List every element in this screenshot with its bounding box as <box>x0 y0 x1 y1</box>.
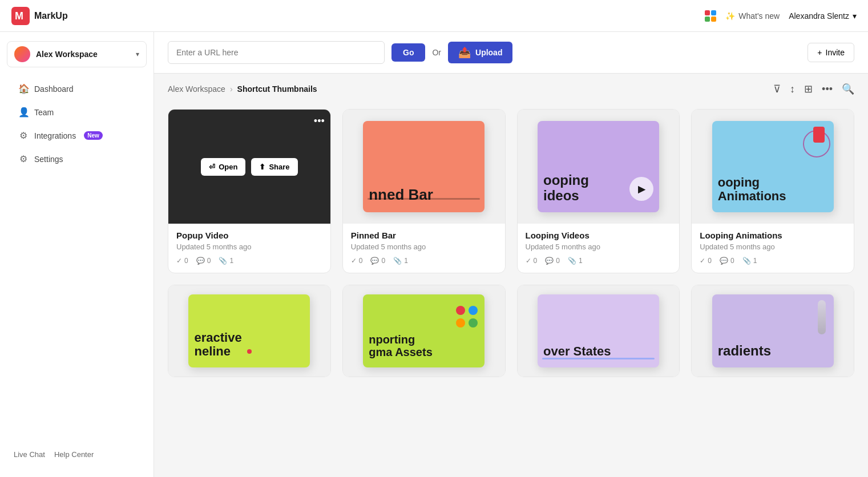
thumb-text-looping-animations: oopingAnimations <box>718 176 786 203</box>
thumb-text-gradients: radients <box>718 343 771 358</box>
sidebar-label-integrations: Integrations <box>34 131 76 140</box>
card-stats-pinned-bar: ✓ 0 💬 0 📎 1 <box>351 257 497 265</box>
live-chat-link[interactable]: Live Chat <box>14 450 45 459</box>
url-or-label: Or <box>432 48 441 57</box>
thumb-inner-importing-figma: nportinggma Assets <box>363 294 485 367</box>
search-icon[interactable]: 🔍 <box>842 83 854 95</box>
sort-icon[interactable]: ↕ <box>790 83 795 95</box>
filter-icon[interactable]: ⊽ <box>773 83 781 95</box>
thumb-inner-looping-videos: oopingideos ▶ <box>538 121 659 212</box>
topnav: M MarkUp ✨ What's new Alexandra Slentz ▾ <box>0 0 868 32</box>
card-hover-states[interactable]: over States <box>517 285 680 377</box>
attachment-icon: 📎 <box>393 257 402 265</box>
card-thumb-importing-figma: nportinggma Assets <box>343 285 505 377</box>
breadcrumb-workspace[interactable]: Alex Workspace <box>168 84 225 94</box>
card-stat-comments: 💬 0 <box>196 257 211 265</box>
thumb-text-importing-figma: nportinggma Assets <box>369 333 433 358</box>
attachment-icon: 📎 <box>742 257 751 265</box>
plus-icon: + <box>817 48 822 57</box>
card-gradients[interactable]: radients <box>691 285 854 377</box>
open-icon: ⏎ <box>209 163 215 171</box>
open-label: Open <box>219 163 237 171</box>
thumb-inner-pinned-bar: nned Bar <box>363 121 485 212</box>
url-input[interactable] <box>168 41 385 64</box>
check-icon: ✓ <box>351 257 357 265</box>
share-label: Share <box>269 163 289 171</box>
header-tools: ⊽ ↕ ⊞ ••• 🔍 <box>773 83 854 95</box>
card-title-pinned-bar: Pinned Bar <box>351 231 497 240</box>
card-updated-pinned-bar: Updated 5 months ago <box>351 242 497 251</box>
whats-new-button[interactable]: ✨ What's new <box>725 11 780 21</box>
share-button[interactable]: ⬆ Share <box>251 158 297 176</box>
card-popup-video[interactable]: ⏎ Open ⬆ Share ••• Popup Video Updated 5… <box>168 109 331 273</box>
markup-logo: M <box>11 7 30 25</box>
team-icon: 👤 <box>18 107 29 118</box>
breadcrumb-separator: › <box>230 84 233 94</box>
topnav-right: ✨ What's new Alexandra Slentz ▾ <box>705 10 857 22</box>
card-body-looping-animations: Looping Animations Updated 5 months ago … <box>692 224 854 273</box>
card-pinned-bar[interactable]: nned Bar Pinned Bar Updated 5 months ago… <box>342 109 506 273</box>
breadcrumb-current: Shortcut Thumbnails <box>237 84 317 94</box>
user-chevron-icon: ▾ <box>853 11 857 21</box>
card-thumb-gradients: radients <box>692 285 854 377</box>
upload-label: Upload <box>475 48 502 57</box>
check-icon: ✓ <box>176 257 182 265</box>
card-thumb-pinned-bar: nned Bar <box>343 110 505 224</box>
attachment-icon: 📎 <box>219 257 227 265</box>
check-icon: ✓ <box>700 257 705 265</box>
thumb-text-interactive-timeline: eractiveneline <box>194 331 241 358</box>
card-thumb-looping-animations: oopingAnimations <box>692 110 854 224</box>
app-grid-icon[interactable] <box>705 10 716 22</box>
sidebar-item-integrations[interactable]: ⚙ Integrations New <box>5 124 149 147</box>
invite-button[interactable]: + Invite <box>808 43 854 62</box>
comment-icon: 💬 <box>720 257 728 265</box>
card-importing-figma[interactable]: nportinggma Assets <box>342 285 506 377</box>
more-icon[interactable]: ••• <box>822 83 833 95</box>
card-interactive-timeline[interactable]: eractiveneline <box>168 285 331 377</box>
workspace-avatar <box>14 46 30 62</box>
thumb-text-pinned-bar: nned Bar <box>369 187 433 203</box>
page-header: Alex Workspace › Shortcut Thumbnails ⊽ ↕… <box>154 74 868 100</box>
thumb-inner-hover-states: over States <box>538 294 659 367</box>
sidebar-label-settings: Settings <box>34 155 63 164</box>
underline-deco-2 <box>542 358 655 359</box>
layout: Alex Workspace ▾ 🏠 Dashboard 👤 Team ⚙ In… <box>0 0 868 477</box>
workspace-chevron-icon: ▾ <box>136 50 139 58</box>
check-icon: ✓ <box>526 257 531 265</box>
sidebar-item-settings[interactable]: ⚙ Settings <box>5 148 149 170</box>
card-menu-icon[interactable]: ••• <box>314 115 325 127</box>
sparkle-icon: ✨ <box>725 11 735 21</box>
card-thumb-hover-states: over States <box>518 285 680 377</box>
view-icon[interactable]: ⊞ <box>804 83 813 95</box>
card-updated-popup-video: Updated 5 months ago <box>176 242 322 251</box>
card-stats-popup-video: ✓ 0 💬 0 📎 1 <box>176 257 322 265</box>
user-menu[interactable]: Alexandra Slentz ▾ <box>789 11 857 21</box>
upload-button[interactable]: 📤 Upload <box>448 42 512 63</box>
thumb-text-looping-videos: oopingideos <box>543 173 589 203</box>
help-center-link[interactable]: Help Center <box>54 450 94 459</box>
card-stats-looping-videos: ✓ 0 💬 0 📎 1 <box>526 257 672 265</box>
card-updated-looping-videos: Updated 5 months ago <box>526 242 672 251</box>
topnav-left: M MarkUp <box>11 7 68 25</box>
user-name: Alexandra Slentz <box>789 11 849 21</box>
sidebar: Alex Workspace ▾ 🏠 Dashboard 👤 Team ⚙ In… <box>0 32 154 477</box>
share-icon: ⬆ <box>259 163 265 171</box>
sidebar-item-team[interactable]: 👤 Team <box>5 101 149 123</box>
open-button[interactable]: ⏎ Open <box>201 158 245 176</box>
underline-deco <box>368 198 480 200</box>
attachment-icon: 📎 <box>568 257 576 265</box>
card-updated-looping-animations: Updated 5 months ago <box>700 242 846 251</box>
workspace-name: Alex Workspace <box>36 50 98 59</box>
card-title-looping-videos: Looping Videos <box>526 231 672 240</box>
sidebar-item-dashboard[interactable]: 🏠 Dashboard <box>5 78 149 100</box>
workspace-left: Alex Workspace <box>14 46 98 62</box>
card-title-looping-animations: Looping Animations <box>700 231 846 240</box>
settings-icon: ⚙ <box>18 153 29 164</box>
go-button[interactable]: Go <box>391 43 425 62</box>
upload-icon: 📤 <box>458 46 471 59</box>
card-looping-videos[interactable]: oopingideos ▶ Looping Videos Updated 5 m… <box>517 109 680 273</box>
card-thumb-popup-video: ⏎ Open ⬆ Share ••• <box>168 110 330 224</box>
card-thumb-looping-videos: oopingideos ▶ <box>518 110 680 224</box>
workspace-selector[interactable]: Alex Workspace ▾ <box>7 41 147 67</box>
card-looping-animations[interactable]: oopingAnimations Looping Animations Upda… <box>691 109 854 273</box>
